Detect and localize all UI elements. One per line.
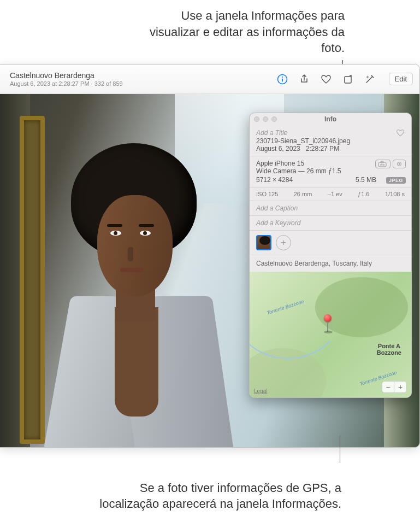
info-title-section: Add a Title 230719-Siena_ST_i020946.jpeg… [250,125,411,156]
camera-lens: Wide Camera — 26 mm ƒ1.5 [256,167,405,175]
window-zoom-icon[interactable] [271,116,277,122]
title-info: Castelnuovo Berardenga August 6, 2023 at… [10,71,276,87]
map-pin-icon[interactable] [324,314,332,332]
favorite-toggle-icon[interactable] [396,128,405,137]
auto-enhance-icon[interactable] [364,73,376,85]
filename-label: 230719-Siena_ST_i020946.jpeg [256,137,405,145]
caption-input[interactable]: Add a Caption [256,204,298,212]
favorite-icon[interactable] [320,73,332,85]
exif-row: ISO 125 26 mm –1 ev ƒ1.6 1/108 s [250,187,411,201]
exif-shutter: 1/108 s [385,191,405,197]
title-input[interactable]: Add a Title [256,129,287,137]
keyword-input[interactable]: Add a Keyword [256,219,300,227]
zoom-in-button[interactable]: + [394,382,406,392]
camera-section: WB Apple iPhone 15 Wide Camera — 26 mm ƒ… [250,156,411,187]
info-panel: Info Add a Title 230719-Siena_ST_i020946… [249,113,412,398]
info-panel-titlebar: Info [250,113,411,125]
date-label: August 6, 2023 [256,145,300,153]
exif-ev: –1 ev [328,191,342,197]
caption-section[interactable]: Add a Caption [250,201,411,215]
exif-iso: ISO 125 [256,191,278,197]
location-map[interactable]: Torrente Bozzone Torrente Bozzone Ponte … [250,272,411,397]
info-icon[interactable] [276,73,288,85]
svg-text:WB: WB [380,163,385,167]
camera-dimensions: 5712 × 4284 [256,176,293,184]
raw-badge-icon: WB [375,160,391,168]
rotate-icon[interactable] [342,73,354,85]
photo-subtitle: August 6, 2023 at 2:28:27 PM · 332 of 85… [10,80,276,87]
toolbar: Edit [276,73,413,85]
svg-rect-2 [282,78,283,81]
info-panel-title: Info [324,115,336,123]
callout-line [340,436,340,463]
keyword-section[interactable]: Add a Keyword [250,215,411,230]
callout-info-panel: Use a janela Informações para visualizar… [148,8,345,56]
exif-aperture: ƒ1.6 [358,191,369,197]
camera-filesize: 5.5 MB [356,176,376,184]
edit-button[interactable]: Edit [389,73,413,85]
share-icon[interactable] [298,73,310,85]
svg-rect-3 [345,77,351,83]
live-badge-icon [393,160,406,168]
photo-title: Castelnuovo Berardenga [10,71,276,80]
window-close-icon[interactable] [254,116,259,122]
map-legal-link[interactable]: Legal [254,388,267,394]
format-badge: JPEG [386,177,406,184]
zoom-out-button[interactable]: − [382,382,394,392]
time-label: 2:28:27 PM [306,145,339,153]
callout-gps: Se a foto tiver informações de GPS, a lo… [90,480,341,512]
map-zoom-controls: − + [382,381,407,393]
svg-point-8 [399,163,400,165]
exif-focal: 26 mm [294,191,312,197]
photo-subject-person [33,143,240,447]
window-minimize-icon[interactable] [263,116,268,122]
titlebar: Castelnuovo Berardenga August 6, 2023 at… [0,64,419,94]
town-label: Ponte ABozzone [377,343,401,356]
photos-window: Castelnuovo Berardenga August 6, 2023 at… [0,64,420,448]
svg-point-1 [281,76,282,77]
